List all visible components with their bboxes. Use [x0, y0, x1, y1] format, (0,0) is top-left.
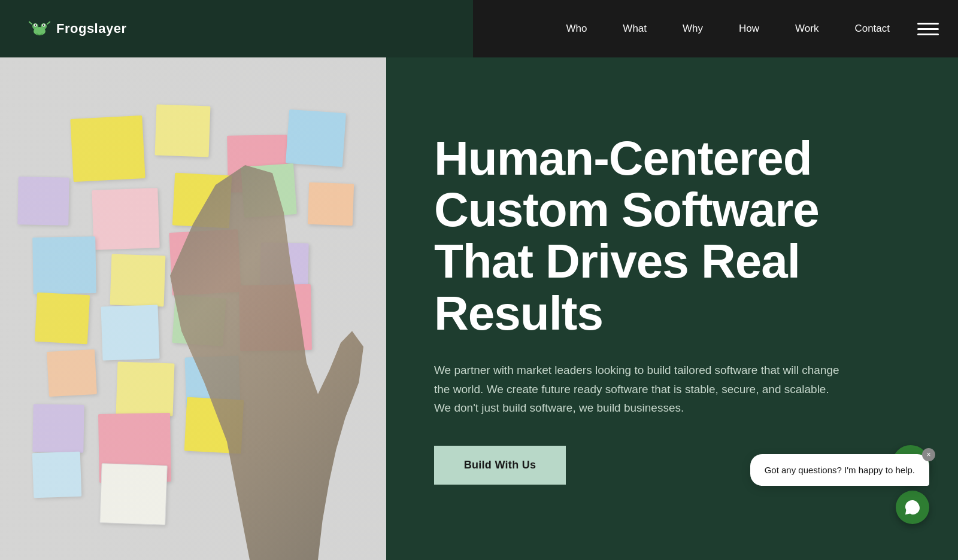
- nav-item-work[interactable]: Work: [777, 0, 836, 57]
- sticky-note: [92, 188, 159, 250]
- hero-description: We partner with market leaders looking t…: [434, 361, 841, 417]
- hero-image: [0, 57, 386, 560]
- main-content: Human-Centered Custom Software That Driv…: [0, 57, 958, 560]
- chat-widget: × Got any questions? I'm happy to help.: [750, 454, 929, 524]
- chat-close-button[interactable]: ×: [922, 448, 935, 461]
- chat-bubble: × Got any questions? I'm happy to help.: [750, 454, 929, 486]
- sticky-note: [110, 254, 166, 306]
- sticky-note: [101, 305, 159, 360]
- logo-text: Frogslayer: [56, 21, 127, 36]
- nav-item-contact[interactable]: Contact: [836, 0, 908, 57]
- chat-button-icon: [904, 499, 921, 516]
- hero-heading: Human-Centered Custom Software That Driv…: [434, 133, 910, 340]
- hamburger-menu[interactable]: [917, 18, 939, 39]
- nav-item-what[interactable]: What: [605, 0, 665, 57]
- sticky-note: [47, 349, 97, 397]
- svg-line-7: [29, 22, 32, 24]
- hamburger-line-1: [917, 23, 939, 25]
- main-nav: Who What Why How Work Contact: [473, 0, 958, 57]
- nav-item-how[interactable]: How: [721, 0, 777, 57]
- hero-content-area: Human-Centered Custom Software That Driv…: [386, 57, 958, 560]
- sticky-note: [116, 361, 174, 416]
- sticky-note: [286, 109, 346, 167]
- sticky-note: [155, 104, 211, 157]
- sticky-note: [308, 182, 354, 226]
- svg-point-2: [34, 27, 46, 35]
- sticky-note: [32, 236, 96, 294]
- sticky-note: [17, 176, 69, 225]
- site-header: Frogslayer Who What Why How Work Contact: [0, 0, 958, 57]
- logo-icon: [29, 18, 50, 39]
- cta-button[interactable]: Build With Us: [434, 446, 566, 485]
- svg-line-8: [47, 22, 50, 24]
- sticky-note: [32, 404, 84, 452]
- chat-bubble-text: Got any questions? I'm happy to help.: [765, 465, 915, 475]
- sticky-note: [35, 293, 90, 344]
- nav-item-why[interactable]: Why: [665, 0, 721, 57]
- sticky-note: [70, 115, 145, 182]
- sticky-wall: [0, 57, 386, 560]
- hamburger-line-2: [917, 28, 939, 30]
- frog-mascot-container: × Got any questions? I'm happy to help.: [750, 454, 929, 524]
- svg-point-6: [43, 25, 44, 26]
- chat-open-button[interactable]: [896, 491, 929, 524]
- sticky-note: [99, 463, 167, 525]
- hamburger-line-3: [917, 34, 939, 35]
- svg-point-5: [35, 25, 36, 26]
- logo-area: Frogslayer: [0, 0, 473, 57]
- sticky-note: [32, 452, 82, 498]
- nav-item-who[interactable]: Who: [548, 0, 605, 57]
